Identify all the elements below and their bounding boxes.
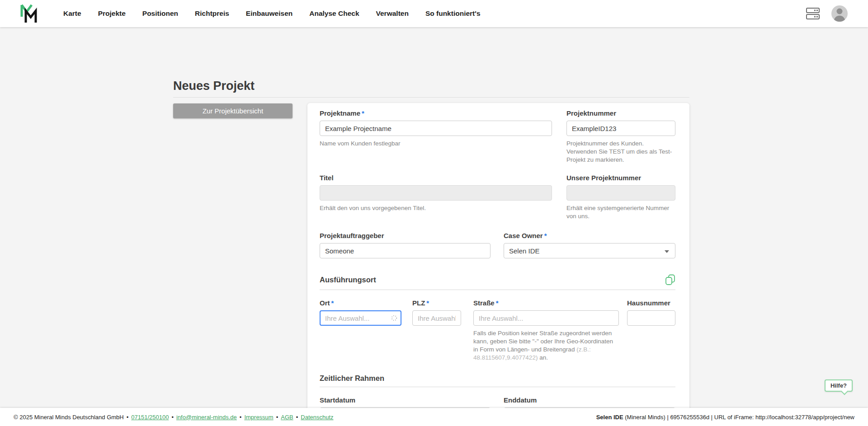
title-divider xyxy=(173,97,689,98)
nav-item-analyse-check[interactable]: Analyse Check xyxy=(309,9,359,18)
required-asterisk: * xyxy=(496,299,499,307)
copy-icon[interactable] xyxy=(665,274,675,286)
ort-input[interactable] xyxy=(320,310,401,326)
footer-session-info: Selen IDE (Mineral Minds) | 69576255536d… xyxy=(596,414,854,421)
nav-item-positionen[interactable]: Positionen xyxy=(142,9,178,18)
required-asterisk: * xyxy=(426,299,429,307)
strasse-label: Straße* xyxy=(473,299,619,307)
ort-label: Ort* xyxy=(320,299,401,307)
strasse-input[interactable] xyxy=(473,310,619,326)
footer-agb-link[interactable]: AGB xyxy=(281,414,293,421)
projektauftraggeber-input[interactable] xyxy=(320,243,491,258)
chevron-down-icon xyxy=(665,250,669,253)
enddatum-label: Enddatum xyxy=(504,396,675,404)
unsere-projektnummer-input xyxy=(566,185,675,201)
nav-item-einbauweisen[interactable]: Einbauweisen xyxy=(246,9,292,18)
user-avatar-icon[interactable] xyxy=(831,5,848,22)
footer-phone-link[interactable]: 07151/250100 xyxy=(131,414,169,421)
nav-item-verwalten[interactable]: Verwalten xyxy=(376,9,409,18)
required-asterisk: * xyxy=(544,232,547,239)
nav-item-karte[interactable]: Karte xyxy=(63,9,81,18)
footer-impressum-link[interactable]: Impressum xyxy=(244,414,273,421)
projektnummer-input[interactable] xyxy=(566,121,675,136)
strasse-helper: Falls die Position keiner Straße zugeord… xyxy=(473,329,619,362)
projektnummer-helper: Projektnummer des Kunden. Verwenden Sie … xyxy=(566,140,675,164)
mineral-minds-logo-icon[interactable] xyxy=(20,3,40,24)
section-zeitlicher-rahmen-title: Zeitlicher Rahmen xyxy=(320,374,384,383)
projektauftraggeber-label: Projektauftraggeber xyxy=(320,232,491,239)
page-title: Neues Projekt xyxy=(173,79,255,93)
footer-copyright: © 2025 Mineral Minds Deutschland GmbH xyxy=(14,414,124,421)
hausnummer-input[interactable] xyxy=(627,310,675,326)
section-zeitlicher-rahmen: Zeitlicher Rahmen xyxy=(320,374,675,387)
required-asterisk: * xyxy=(331,299,334,307)
nav-item-so-funktionierts[interactable]: So funktioniert's xyxy=(425,9,481,18)
main-nav: Karte Projekte Positionen Richtpreis Ein… xyxy=(63,9,481,18)
unsere-projektnummer-helper: Erhält eine systemgenerierte Nummer von … xyxy=(566,204,675,220)
case-owner-label: Case Owner* xyxy=(504,232,675,239)
footer-email-link[interactable]: info@mineral-minds.de xyxy=(176,414,237,421)
new-project-form-card: Projektname* Name vom Kunden festlegbar … xyxy=(307,103,689,418)
titel-label: Titel xyxy=(320,174,552,182)
section-ausfuehrungsort: Ausführungsort xyxy=(320,274,675,290)
hausnummer-label: Hausnummer xyxy=(627,299,675,307)
server-icon[interactable] xyxy=(806,7,820,20)
titel-helper: Erhält den von uns vorgegebenen Titel. xyxy=(320,204,552,212)
unsere-projektnummer-label: Unsere Projektnummer xyxy=(566,174,675,182)
footer-datenschutz-link[interactable]: Datenschutz xyxy=(301,414,333,421)
startdatum-label: Startdatum xyxy=(320,396,491,404)
plz-label: PLZ* xyxy=(412,299,461,307)
titel-input xyxy=(320,185,552,201)
nav-item-projekte[interactable]: Projekte xyxy=(98,9,126,18)
case-owner-value: Selen IDE xyxy=(509,247,540,255)
case-owner-select[interactable]: Selen IDE xyxy=(504,243,675,258)
top-navbar: Karte Projekte Positionen Richtpreis Ein… xyxy=(0,0,868,27)
loading-spinner-icon xyxy=(391,315,397,321)
projektname-label: Projektname* xyxy=(320,109,552,117)
projektname-input[interactable] xyxy=(320,121,552,136)
nav-item-richtpreis[interactable]: Richtpreis xyxy=(195,9,229,18)
back-to-project-overview-button[interactable]: Zur Projektübersicht xyxy=(173,103,292,118)
projektname-helper: Name vom Kunden festlegbar xyxy=(320,140,552,148)
projektnummer-label: Projektnummer xyxy=(566,109,675,117)
help-button[interactable]: Hilfe? xyxy=(825,379,853,392)
footer: © 2025 Mineral Minds Deutschland GmbH • … xyxy=(0,408,868,426)
page-body: Neues Projekt Zur Projektübersicht Proje… xyxy=(0,27,868,408)
required-asterisk: * xyxy=(362,109,364,117)
section-ausfuehrungsort-title: Ausführungsort xyxy=(320,276,376,284)
plz-input[interactable] xyxy=(412,310,461,326)
